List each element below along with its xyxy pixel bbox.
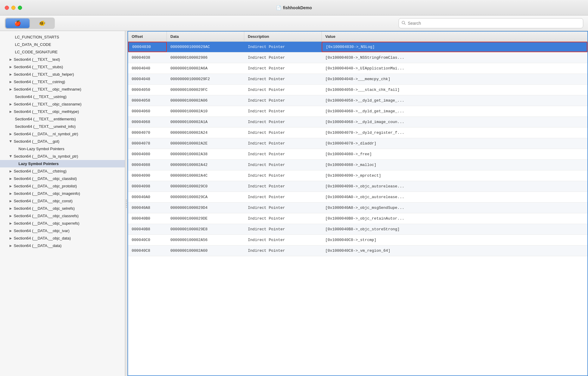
table-row[interactable]: 000040A000000001000029CAIndirect Pointer… xyxy=(128,192,587,203)
sidebar-item-sec64_data_objc_data[interactable]: ▶Section64 (__DATA,__objc_data) xyxy=(0,234,125,242)
triangle-icon: ▶ xyxy=(10,170,12,173)
titlebar: 📄 fishhookDemo xyxy=(0,0,588,15)
sidebar-item-lc_data[interactable]: LC_DATA_IN_CODE xyxy=(0,41,125,48)
table-row[interactable]: 000040900000000100002A4CIndirect Pointer… xyxy=(128,170,587,181)
table-row[interactable]: 000040C00000000100002A56Indirect Pointer… xyxy=(128,235,587,246)
sidebar-item-sec64_data_cfstring[interactable]: ▶Section64 (__DATA,__cfstring) xyxy=(0,167,125,175)
table-row[interactable]: 0000409800000001000029C0Indirect Pointer… xyxy=(128,181,587,192)
triangle-icon: ▶ xyxy=(10,214,12,217)
cell-desc: Indirect Pointer xyxy=(244,63,322,74)
cell-desc: Indirect Pointer xyxy=(244,160,322,170)
triangle-icon: ▶ xyxy=(9,140,13,143)
content-area: OffsetDataDescriptionValue 0000403000000… xyxy=(127,31,588,376)
close-button[interactable] xyxy=(5,6,9,10)
sidebar-item-sec64_data_objc_imageinfo[interactable]: ▶Section64 (__DATA,__objc_imageinfo) xyxy=(0,190,125,197)
sidebar-item-sec64_data_data[interactable]: ▶Section64 (__DATA,__data) xyxy=(0,242,125,249)
cell-desc: Indirect Pointer xyxy=(244,117,322,127)
table-row[interactable]: 0000405000000001000029FCIndirect Pointer… xyxy=(128,85,587,95)
sidebar-item-non_lazy_sym[interactable]: Non-Lazy Symbol Pointers xyxy=(0,145,125,153)
maximize-button[interactable] xyxy=(18,6,22,10)
sidebar-item-lazy_sym[interactable]: Lazy Symbol Pointers xyxy=(0,160,125,167)
cell-data: 000000001000029AC xyxy=(167,42,244,52)
cell-offset: 00004030 xyxy=(128,42,167,52)
sidebar-item-sec64_text_objc_methname[interactable]: ▶Section64 (__TEXT,__objc_methname) xyxy=(0,86,125,93)
sidebar-item-label: Section64 (__TEXT,__stub_helper) xyxy=(14,72,74,77)
cell-desc: Indirect Pointer xyxy=(244,85,322,95)
sidebar-item-sec64_data_objc_classlist[interactable]: ▶Section64 (__DATA,__objc_classlist) xyxy=(0,175,125,182)
sidebar-item-sec64_data_got[interactable]: ▶Section64 (__DATA,__got) xyxy=(0,138,125,145)
sidebar-item-sec64_data_objc_const[interactable]: ▶Section64 (__DATA,__objc_const) xyxy=(0,197,125,205)
sidebar-item-sec64_text_objc_classname[interactable]: ▶Section64 (__TEXT,__objc_classname) xyxy=(0,100,125,108)
toolbar: 🍎 🐠 xyxy=(0,15,588,31)
cell-desc: Indirect Pointer xyxy=(244,52,322,63)
search-icon xyxy=(402,21,406,26)
table-row[interactable]: 000040680000000100002A1AIndirect Pointer… xyxy=(128,117,587,128)
sidebar-item-label: Section64 (__DATA,__objc_classrefs) xyxy=(14,214,79,218)
table-row[interactable]: 000040380000000100002986Indirect Pointer… xyxy=(128,52,587,63)
tab-2[interactable]: 🐠 xyxy=(30,18,54,28)
table-row[interactable]: 000040400000000100002A6AIndirect Pointer… xyxy=(128,63,587,74)
table-row[interactable]: 000040700000000100002A24Indirect Pointer… xyxy=(128,128,587,138)
sidebar-item-sec64_data_la_symbol_ptr[interactable]: ▶Section64 (__DATA,__la_symbol_ptr) xyxy=(0,153,125,160)
sidebar-item-label: Section64 (__TEXT,__objc_classname) xyxy=(14,102,82,106)
sidebar-item-label: Section64 (__DATA,__objc_const) xyxy=(14,199,73,203)
sidebar-item-label: LC_FUNCTION_STARTS xyxy=(15,35,59,39)
sidebar-item-sec64_text_unwind_info[interactable]: Section64 (__TEXT,__unwind_info) xyxy=(0,123,125,130)
table-row[interactable]: 000040B000000001000029DEIndirect Pointer… xyxy=(128,213,587,224)
sidebar-item-sec64_data_objc_ivar[interactable]: ▶Section64 (__DATA,__objc_ivar) xyxy=(0,227,125,234)
sidebar-item-sec64_text_objc_methtype[interactable]: ▶Section64 (__TEXT,__objc_methtype) xyxy=(0,108,125,115)
sidebar-item-sec64_text_cstring[interactable]: ▶Section64 (__TEXT,__cstring) xyxy=(0,78,125,86)
table-row[interactable]: 000040C80000000100002A60Indirect Pointer… xyxy=(128,246,587,256)
search-input[interactable] xyxy=(399,18,583,28)
table-row[interactable]: 000040880000000100002A42Indirect Pointer… xyxy=(128,160,587,170)
cell-desc: Indirect Pointer xyxy=(244,213,322,224)
tab-1-icon: 🍎 xyxy=(14,20,21,27)
sidebar-item-sec64_text_entitlements[interactable]: Section64 (__TEXT,__entitlements) xyxy=(0,115,125,123)
triangle-icon: ▶ xyxy=(10,207,12,210)
sidebar-item-sec64_data_objc_classrefs[interactable]: ▶Section64 (__DATA,__objc_classrefs) xyxy=(0,212,125,220)
sidebar-item-label: Section64 (__DATA,__objc_ivar) xyxy=(14,229,69,233)
sidebar-item-lc_func[interactable]: LC_FUNCTION_STARTS xyxy=(0,33,125,41)
tab-1[interactable]: 🍎 xyxy=(6,18,29,28)
table-row[interactable]: 000040600000000100002A10Indirect Pointer… xyxy=(128,106,587,117)
table-row[interactable]: 000040580000000100002A06Indirect Pointer… xyxy=(128,95,587,106)
cell-offset: 00004070 xyxy=(128,128,167,138)
sidebar-item-sec64_data_objc_selrefs[interactable]: ▶Section64 (__DATA,__objc_selrefs) xyxy=(0,205,125,212)
table-row[interactable]: 000040800000000100002A38Indirect Pointer… xyxy=(128,149,587,160)
sidebar-item-label: Lazy Symbol Pointers xyxy=(18,161,59,166)
sidebar-item-label: Section64 (__TEXT,__objc_methname) xyxy=(14,87,81,91)
cell-offset: 00004080 xyxy=(128,149,167,159)
minimize-button[interactable] xyxy=(11,6,15,10)
cell-data: 0000000100002A2E xyxy=(167,138,244,149)
cell-offset: 00004048 xyxy=(128,74,167,84)
cell-data: 00000001000029DE xyxy=(167,213,244,224)
cell-desc: Indirect Pointer xyxy=(244,95,322,106)
sidebar-item-sec64_text_text[interactable]: ▶Section64 (__TEXT,__text) xyxy=(0,56,125,63)
sidebar-item-label: Section64 (__DATA,__objc_data) xyxy=(14,236,71,240)
sidebar-item-label: Section64 (__DATA,__nl_symbol_ptr) xyxy=(14,132,78,136)
table-row[interactable]: 000040B800000001000029E8Indirect Pointer… xyxy=(128,224,587,235)
sidebar-item-lc_code_sig[interactable]: LC_CODE_SIGNATURE xyxy=(0,48,125,56)
table-row[interactable]: 000040780000000100002A2EIndirect Pointer… xyxy=(128,138,587,149)
sidebar-item-sec64_data_nl_symbol_ptr[interactable]: ▶Section64 (__DATA,__nl_symbol_ptr) xyxy=(0,130,125,138)
sidebar-item-sec64_text_stub_helper[interactable]: ▶Section64 (__TEXT,__stub_helper) xyxy=(0,71,125,78)
cell-data: 0000000100002A56 xyxy=(167,235,244,245)
triangle-icon: ▶ xyxy=(10,222,12,225)
divider[interactable] xyxy=(125,31,127,376)
sidebar-item-sec64_data_objc_superrefs[interactable]: ▶Section64 (__DATA,__objc_superrefs) xyxy=(0,220,125,227)
cell-offset: 00004038 xyxy=(128,52,167,63)
divider-handle xyxy=(126,200,127,208)
cell-value: [0x100004048->___memcpy_chk] xyxy=(322,74,587,84)
sidebar-item-label: Section64 (__TEXT,__objc_methtype) xyxy=(14,109,79,114)
cell-offset: 00004050 xyxy=(128,85,167,95)
sidebar-item-sec64_data_objc_protolist[interactable]: ▶Section64 (__DATA,__objc_protolist) xyxy=(0,182,125,190)
sidebar-item-sec64_text_ustring[interactable]: Section64 (__TEXT,__ustring) xyxy=(0,93,125,100)
table-row[interactable]: 00004048000000001000029F2Indirect Pointe… xyxy=(128,74,587,85)
table-row[interactable]: 000040A800000001000029D4Indirect Pointer… xyxy=(128,203,587,213)
triangle-icon: ▶ xyxy=(10,177,12,180)
sidebar-item-label: Section64 (__DATA,__la_symbol_ptr) xyxy=(14,154,78,159)
table-row[interactable]: 00004030000000001000029ACIndirect Pointe… xyxy=(128,42,587,52)
cell-desc: Indirect Pointer xyxy=(244,138,322,149)
sidebar-item-sec64_text_stubs[interactable]: ▶Section64 (__TEXT,__stubs) xyxy=(0,63,125,71)
triangle-icon: ▶ xyxy=(10,184,12,188)
